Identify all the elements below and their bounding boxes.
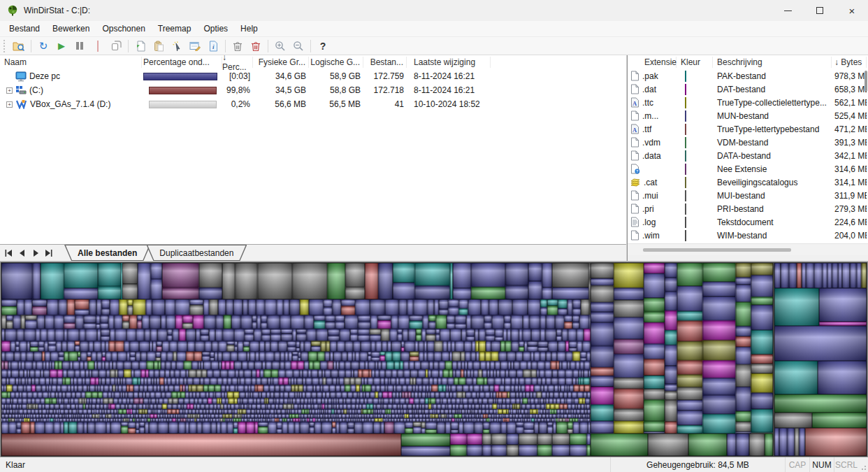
wand-button[interactable] [168,38,186,54]
color-cell [677,138,713,148]
tab-last-icon[interactable] [43,248,55,259]
file-count-cell: 172.718 [363,83,407,97]
open-button[interactable] [10,38,28,54]
column-header[interactable]: ↓ Perc... [222,57,253,68]
color-cell [677,217,713,227]
description-cell: TrueType-collectielettertype... [713,98,832,108]
column-header[interactable]: Logische G... [309,57,363,68]
tab-next-icon[interactable] [29,248,41,259]
list-item[interactable]: .m...MUN-bestand525,4 MB [628,109,868,122]
extension-panel: ExtensieKleurBeschrijving↓ Bytes .pakPAK… [627,55,868,261]
description-cell: WIM-bestand [713,231,832,241]
toolbar-grip[interactable] [3,40,7,52]
play-icon: ▶ [58,41,65,51]
column-header[interactable]: Naam [0,57,142,68]
list-item[interactable]: .priPRI-bestand279,3 MB [628,202,868,215]
list-item[interactable]: .datDAT-bestand658,3 MB [628,83,868,96]
name-cell: +VBox_GAs_7.1.4 (D:) [0,97,142,111]
menu-item-help[interactable]: Help [234,22,264,36]
tab-duplicaatbestanden[interactable]: Duplicaatbestanden [146,245,247,261]
color-swatch [685,110,686,122]
report-button[interactable] [186,38,204,54]
column-header[interactable]: Kleur [677,57,713,68]
zoom-in-button[interactable] [271,38,289,54]
close-button[interactable]: × [836,0,868,21]
scrollbar-thumb[interactable] [643,248,791,252]
bytes-cell: 224,6 MB [832,217,867,227]
toolbar-separator [31,40,31,52]
expand-icon[interactable]: + [6,101,13,108]
bytes-cell: 314,1 MB [832,178,867,187]
zoom-out-button[interactable] [289,38,308,54]
bytes-cell: 978,3 MB [832,71,867,81]
expand-icon[interactable]: + [6,87,13,94]
tab-prev-icon[interactable] [16,248,28,259]
play-button[interactable]: ▶ [52,38,71,54]
minimize-button[interactable] [772,0,804,21]
list-item[interactable]: .vdmVDM-bestand391,3 MB [628,136,868,149]
table-row[interactable]: +VBox_GAs_7.1.4 (D:)0,2%56,6 MB56,5 MB41… [0,97,626,111]
list-item[interactable]: .pakPAK-bestand978,3 MB [628,69,868,83]
extension-cell: .data [628,150,677,161]
bytes-cell: 562,1 MB [832,98,867,108]
file-tree-header: NaamPercentage ond...↓ Perc...Fysieke Gr… [0,55,626,69]
pause-button[interactable] [71,38,89,54]
resize-grip[interactable] [858,457,868,472]
status-text: Klaar [0,460,610,470]
tab-alle-bestanden[interactable]: Alle bestanden [64,245,150,261]
file-tree-rows: Deze pc[0:03]34,6 GB58,9 GB172.7598-11-2… [0,69,626,111]
new-file-button[interactable] [131,38,150,54]
column-header[interactable]: Fysieke Gr... [253,57,309,68]
table-row[interactable]: +(C:)99,8%34,5 GB58,8 GB172.7188-11-2024… [0,83,626,97]
menu-item-bewerken[interactable]: Bewerken [46,22,96,36]
menu-item-treemap[interactable]: Treemap [152,22,198,36]
description-cell: MUI-bestand [713,191,832,201]
select-button[interactable] [107,38,125,54]
column-header[interactable]: ↓ Bytes [832,57,867,68]
physical-size-cell: 34,6 GB [253,69,309,83]
help-button[interactable]: ? [314,38,332,54]
extension-cell: .dat [628,84,677,94]
description-cell: Tekstdocument [713,217,832,227]
column-header[interactable]: Percentage ond... [142,57,222,68]
stop-button[interactable] [89,38,107,54]
list-item[interactable]: .wimWIM-bestand204,0 MB [628,229,868,242]
file-tree-empty-space [0,111,626,244]
menu-item-opties[interactable]: Opties [197,22,234,36]
percentage-bar [143,73,217,80]
logical-size-cell: 56,5 MB [309,97,363,111]
maximize-button[interactable] [804,0,836,21]
stop-icon [97,41,99,51]
extension-horizontal-scrollbar[interactable] [628,243,868,255]
table-row[interactable]: Deze pc[0:03]34,6 GB58,9 GB172.7598-11-2… [0,69,626,83]
list-item[interactable]: A.ttcTrueType-collectielettertype...562,… [628,96,868,109]
column-header[interactable]: Bestan... [363,57,407,68]
toolbar-separator [225,40,226,52]
info-file-button[interactable]: i [204,38,222,54]
svg-text:A: A [632,127,637,134]
list-item[interactable]: .dataDATA-bestand342,1 MB [628,149,868,162]
list-item[interactable]: .muiMUI-bestand311,9 MB [628,189,868,202]
column-header[interactable]: Laatste wijziging [407,57,491,68]
treemap-canvas[interactable] [0,262,868,457]
extension-name: .pak [642,71,658,81]
list-item[interactable]: .catBeveiligingscatalogus314,1 MB [628,176,868,189]
reload-button[interactable]: ↻ [34,38,52,54]
column-header[interactable]: Beschrijving [713,57,832,68]
recycle-bin-button[interactable] [229,38,247,54]
percentage-bar [149,87,217,94]
paste-button[interactable] [150,38,168,54]
extension-vertical-scrollbar[interactable] [865,71,867,92]
description-cell: MUN-bestand [713,111,832,121]
menu-item-opschonen[interactable]: Opschonen [96,22,151,36]
delete-button[interactable] [247,38,265,54]
column-header[interactable]: Extensie [628,57,677,68]
menu-item-bestand[interactable]: Bestand [3,22,46,36]
last-change-cell: 8-11-2024 16:21 [407,69,491,83]
list-item[interactable]: .logTekstdocument224,6 MB [628,215,868,229]
list-item[interactable]: A.ttfTrueType-lettertypebestand471,2 MB [628,122,868,136]
bytes-cell: 279,3 MB [832,204,867,214]
extension-name: .dat [642,85,656,94]
tab-first-icon[interactable] [3,248,15,259]
list-item[interactable]: ?Nee Extensie314,6 MB [628,162,868,176]
